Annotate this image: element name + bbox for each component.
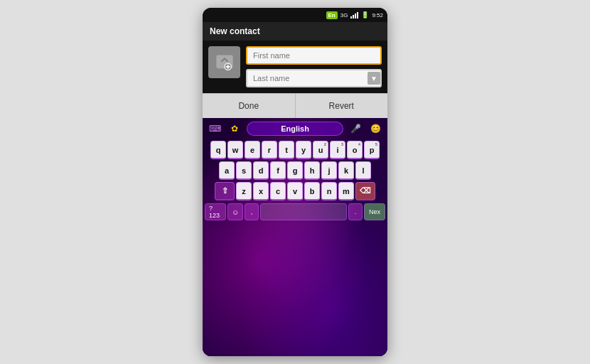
key-s[interactable]: s <box>236 161 252 180</box>
emoji-panel-icon[interactable]: 😊 <box>368 121 383 136</box>
key-row-1: q w e r t y u2 i3 o4 p5 <box>205 141 385 159</box>
period-key[interactable]: . <box>348 203 363 220</box>
key-w[interactable]: w <box>227 141 243 159</box>
last-name-row: ▼ <box>246 69 382 87</box>
key-f[interactable]: f <box>270 161 286 180</box>
revert-button[interactable]: Revert <box>296 94 388 118</box>
key-o[interactable]: o4 <box>347 141 363 159</box>
battery-icon: 🔋 <box>361 11 369 18</box>
key-c[interactable]: c <box>270 182 286 200</box>
language-button[interactable]: English <box>247 122 343 136</box>
done-button[interactable]: Done <box>203 94 296 118</box>
key-b[interactable]: b <box>304 182 320 200</box>
shift-key[interactable]: ⇧ <box>215 182 235 200</box>
comma-key[interactable]: , <box>245 203 259 220</box>
key-p[interactable]: p5 <box>364 141 380 159</box>
key-z[interactable]: z <box>236 182 252 200</box>
signal-bar-3 <box>355 14 356 18</box>
key-a[interactable]: a <box>219 161 235 180</box>
signal-bars <box>350 12 358 18</box>
clock: 9:52 <box>372 12 383 18</box>
contact-body: ▼ <box>203 41 387 93</box>
phone-frame: En 3G 🔋 9:52 New contact <box>203 8 387 356</box>
key-j[interactable]: j <box>321 161 337 180</box>
key-g[interactable]: g <box>287 161 303 180</box>
screen-title: New contact <box>210 26 260 36</box>
key-x[interactable]: x <box>253 182 269 200</box>
app-header: New contact <box>203 22 387 41</box>
num-key[interactable]: ?123 <box>205 203 226 220</box>
signal-bar-4 <box>357 12 358 18</box>
key-q[interactable]: q <box>210 141 226 159</box>
signal-bar-2 <box>353 15 354 18</box>
avatar-placeholder[interactable] <box>208 46 240 78</box>
keyboard-area: ⌨ ✿ English 🎤 😊 q w e r t y u2 i3 o4 p5 <box>203 118 387 356</box>
next-key[interactable]: Nex <box>364 203 385 220</box>
mic-icon[interactable]: 🎤 <box>348 121 363 136</box>
network-indicator: 3G <box>340 12 348 18</box>
key-y[interactable]: y <box>296 141 311 159</box>
key-n[interactable]: n <box>321 182 337 200</box>
emoji-key[interactable]: ☺ <box>227 203 243 220</box>
backspace-key[interactable]: ⌫ <box>355 182 375 200</box>
key-k[interactable]: k <box>338 161 354 180</box>
keyboard-icon[interactable]: ⌨ <box>207 121 222 136</box>
lang-badge: En <box>326 11 338 19</box>
status-bar: En 3G 🔋 9:52 <box>203 8 387 22</box>
key-l[interactable]: l <box>355 161 371 180</box>
key-m[interactable]: m <box>338 182 354 200</box>
action-bar: Done Revert <box>203 93 387 118</box>
space-key[interactable] <box>260 203 347 220</box>
key-row-3: ⇧ z x c v b n m ⌫ <box>205 182 385 200</box>
key-u[interactable]: u2 <box>313 141 328 159</box>
key-row-2: a s d f g h j k l <box>205 161 385 180</box>
signal-bar-1 <box>350 16 352 18</box>
keys-area: q w e r t y u2 i3 o4 p5 a s d f g h j k <box>203 139 387 202</box>
key-e[interactable]: e <box>245 141 260 159</box>
key-h[interactable]: h <box>304 161 320 180</box>
keyboard-top-bar: ⌨ ✿ English 🎤 😊 <box>203 118 387 139</box>
form-fields: ▼ <box>246 46 382 87</box>
flower-icon[interactable]: ✿ <box>227 121 242 136</box>
last-name-input[interactable] <box>246 69 382 87</box>
key-t[interactable]: t <box>279 141 294 159</box>
key-d[interactable]: d <box>253 161 269 180</box>
keyboard-bottom-bar: ?123 ☺ , . Nex <box>203 202 387 222</box>
add-photo-icon <box>215 53 235 73</box>
last-name-dropdown[interactable]: ▼ <box>368 72 380 85</box>
first-name-input[interactable] <box>246 46 382 65</box>
key-i[interactable]: i3 <box>330 141 345 159</box>
key-v[interactable]: v <box>287 182 303 200</box>
key-r[interactable]: r <box>262 141 277 159</box>
